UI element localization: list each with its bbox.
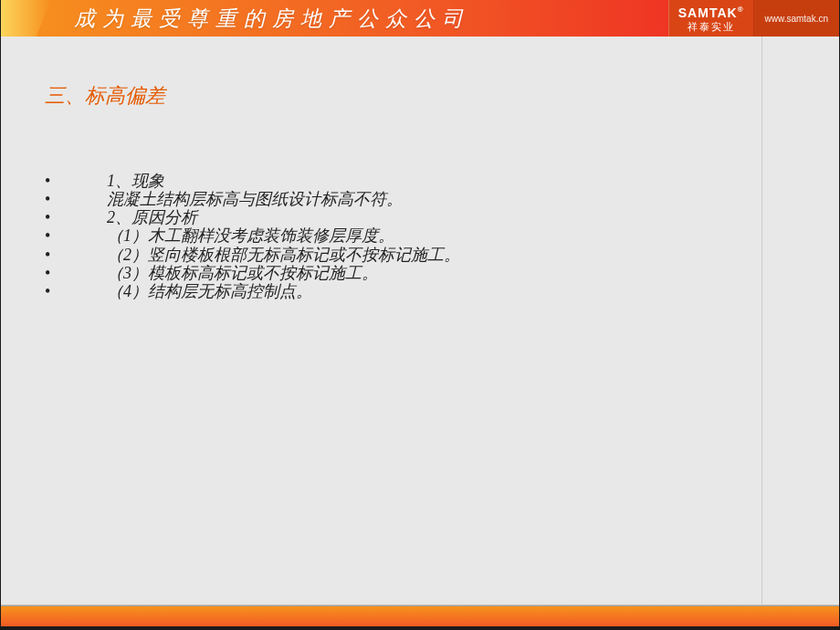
logo-reg: ® [738, 5, 744, 14]
logo-name: SAMTAK [678, 5, 738, 20]
list-item: 1、现象 [45, 172, 795, 190]
logo-block: SAMTAK® 祥泰实业 www.samtak.cn [668, 0, 839, 37]
section-title: 三、标高偏差 [45, 82, 795, 110]
header-slogan: 成为最受尊重的房地产公众公司 [74, 5, 470, 33]
logo-left: SAMTAK® 祥泰实业 [668, 0, 754, 37]
footer-bar [1, 606, 839, 626]
list-item: （3）模板标高标记或不按标记施工。 [45, 264, 795, 282]
header-bar: 成为最受尊重的房地产公众公司 SAMTAK® 祥泰实业 www.samtak.c… [1, 0, 839, 37]
logo-name-row: SAMTAK® [678, 5, 744, 21]
slide: 成为最受尊重的房地产公众公司 SAMTAK® 祥泰实业 www.samtak.c… [1, 0, 839, 626]
logo-right: www.samtak.cn [754, 0, 839, 37]
header-accent [1, 0, 51, 37]
body-list: 1、现象 混凝土结构层标高与图纸设计标高不符。 2、原因分析 （1）木工翻样没考… [45, 172, 795, 300]
content-area: 三、标高偏差 1、现象 混凝土结构层标高与图纸设计标高不符。 2、原因分析 （1… [1, 37, 839, 606]
list-item: 2、原因分析 [45, 208, 795, 226]
logo-url: www.samtak.cn [765, 14, 828, 24]
list-item: （1）木工翻样没考虑装饰装修层厚度。 [45, 226, 795, 245]
logo-subtitle: 祥泰实业 [688, 21, 735, 33]
list-item: （2）竖向楼板根部无标高标记或不按标记施工。 [45, 246, 795, 264]
list-item: （4）结构层无标高控制点。 [45, 282, 795, 300]
list-item: 混凝土结构层标高与图纸设计标高不符。 [45, 190, 795, 208]
